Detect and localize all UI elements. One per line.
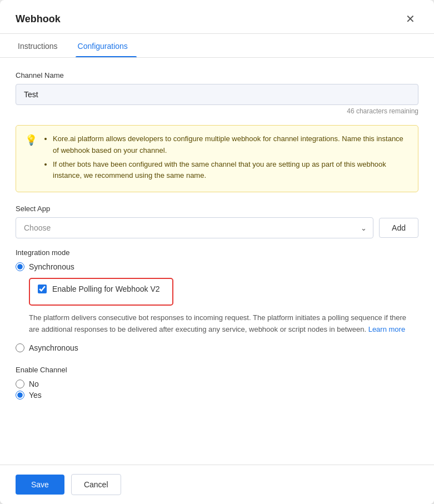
channel-name-label: Channel Name: [16, 71, 418, 79]
radio-no-input[interactable]: [16, 380, 24, 388]
integration-mode-group: Integration mode Synchronous Enable Poll…: [16, 248, 418, 355]
tab-configurations[interactable]: Configurations: [76, 34, 137, 57]
modal-body: Channel Name 46 characters remaining 💡 K…: [0, 58, 434, 465]
cancel-button[interactable]: Cancel: [71, 474, 121, 495]
select-wrapper: Choose ⌄: [16, 217, 373, 238]
select-app-label: Select App: [16, 204, 418, 213]
select-app-group: Select App Choose ⌄ Add: [16, 204, 418, 238]
select-app-dropdown[interactable]: Choose: [16, 217, 373, 238]
radio-asynchronous-input[interactable]: [16, 343, 24, 352]
integration-mode-label: Integration mode: [16, 248, 418, 257]
info-box: 💡 Kore.ai platform allows developers to …: [16, 125, 418, 192]
info-icon: 💡: [25, 134, 37, 146]
modal-title: Webhook: [16, 13, 61, 25]
radio-yes-label: Yes: [29, 391, 42, 400]
polling-description: The platform delivers consecutive bot re…: [29, 312, 418, 336]
close-button[interactable]: ✕: [402, 12, 418, 26]
enable-channel-label: Enable Channel: [16, 366, 418, 374]
polling-box: Enable Polling for Webhook V2: [29, 278, 173, 306]
tabs: Instructions Configurations: [0, 34, 434, 57]
radio-group-channel: No Yes: [16, 380, 418, 402]
modal-header: Webhook ✕: [0, 0, 434, 26]
channel-name-input[interactable]: [16, 84, 418, 105]
radio-asynchronous-option: Asynchronous: [16, 343, 418, 352]
radio-synchronous-option: Synchronous: [16, 262, 418, 271]
radio-asynchronous-label: Asynchronous: [29, 343, 78, 352]
polling-box-wrapper: Enable Polling for Webhook V2 The platfo…: [16, 273, 418, 336]
tab-instructions[interactable]: Instructions: [16, 34, 67, 57]
add-button[interactable]: Add: [379, 218, 418, 238]
save-button[interactable]: Save: [16, 475, 64, 495]
info-bullet-2: If other bots have been configured with …: [53, 159, 409, 182]
radio-no-option: No: [16, 380, 418, 388]
char-remaining: 46 characters remaining: [16, 107, 418, 115]
radio-yes-input[interactable]: [16, 391, 24, 400]
learn-more-link[interactable]: Learn more: [368, 325, 405, 333]
radio-group-integration: Synchronous Enable Polling for Webhook V…: [16, 262, 418, 355]
enable-channel-section: Enable Channel No Yes: [16, 366, 418, 402]
select-row: Choose ⌄ Add: [16, 217, 418, 238]
polling-checkbox[interactable]: [38, 285, 47, 293]
channel-name-group: Channel Name 46 characters remaining: [16, 71, 418, 115]
info-text: Kore.ai platform allows developers to co…: [44, 133, 409, 184]
radio-synchronous-input[interactable]: [16, 262, 24, 271]
radio-yes-option: Yes: [16, 391, 418, 400]
modal: Webhook ✕ Instructions Configurations Ch…: [0, 0, 434, 504]
modal-footer: Save Cancel: [0, 465, 434, 504]
polling-checkbox-row: Enable Polling for Webhook V2: [38, 285, 164, 293]
polling-description-text: The platform delivers consecutive bot re…: [29, 313, 406, 333]
info-bullet-1: Kore.ai platform allows developers to co…: [53, 133, 409, 157]
polling-checkbox-label: Enable Polling for Webhook V2: [52, 285, 160, 293]
radio-synchronous-label: Synchronous: [29, 262, 74, 271]
radio-no-label: No: [29, 380, 39, 388]
